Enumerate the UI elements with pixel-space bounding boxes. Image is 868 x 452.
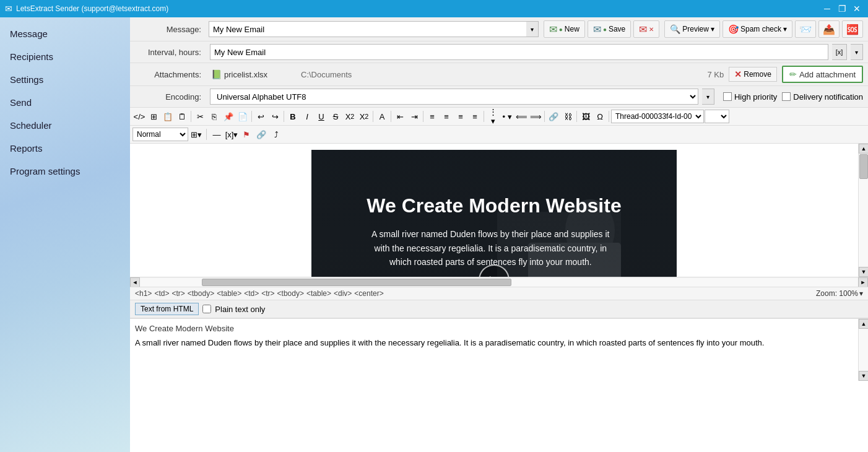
table-btn[interactable]: ⊞▾ (189, 128, 203, 141)
high-priority-checkbox[interactable] (723, 92, 732, 101)
interval-x-btn[interactable]: [x] (832, 44, 847, 60)
bottom-scroll-up[interactable]: ▲ (859, 319, 868, 329)
encoding-dropdown-btn[interactable]: ▾ (702, 89, 714, 105)
indent-left-btn[interactable]: ⇤ (393, 110, 407, 123)
tag-td-1[interactable]: <td> (154, 289, 169, 298)
thread-id-select[interactable]: Thread-000033f4-Id-00 (611, 110, 704, 123)
help-button[interactable]: 🆘 (842, 20, 863, 38)
send-button-2[interactable]: 📤 (818, 20, 840, 38)
redo-btn[interactable]: ↪ (268, 110, 282, 123)
tag-table-1[interactable]: <table> (217, 289, 241, 298)
tag-table-2[interactable]: <table> (306, 289, 331, 298)
align-left-btn[interactable]: ≡ (425, 110, 439, 123)
h-scroll-thumb[interactable] (202, 279, 511, 286)
paste-btn[interactable]: 📌 (222, 110, 235, 123)
scroll-up-arrow[interactable]: ▲ (859, 144, 868, 154)
tag-tbody-1[interactable]: <tbody> (188, 289, 214, 298)
message-input[interactable] (209, 21, 526, 37)
sidebar-item-message[interactable]: Message (0, 22, 130, 45)
scroll-right-arrow[interactable]: ► (858, 277, 868, 287)
spam-check-button[interactable]: 🎯 Spam check ▾ (723, 20, 792, 38)
minimize-button[interactable]: ─ (821, 3, 833, 14)
special-char-btn[interactable]: Ω (593, 110, 607, 123)
high-priority-label[interactable]: High priority (723, 92, 777, 102)
unlink-btn[interactable]: ⛓ (561, 110, 575, 123)
variable-btn[interactable]: [x]▾ (225, 128, 238, 141)
code-view-btn[interactable]: </> (132, 110, 146, 123)
scroll-down-arrow[interactable]: ▼ (859, 267, 868, 277)
hyperlink-var-btn[interactable]: 🔗 (254, 128, 268, 141)
ordered-list-btn[interactable]: ⋮ ▾ (486, 110, 500, 123)
undo-btn[interactable]: ↩ (254, 110, 267, 123)
new-button[interactable]: ✉ ● New (544, 20, 585, 38)
bottom-right-scrollbar[interactable]: ▲ ▼ (858, 319, 868, 381)
flag-btn[interactable]: ⚑ (240, 128, 253, 141)
font-color-btn[interactable]: A (375, 110, 389, 123)
tag-center[interactable]: <center> (354, 289, 383, 298)
delivery-notification-label[interactable]: Delivery notification (782, 92, 863, 102)
cut-btn[interactable]: ✂ (193, 110, 207, 123)
superscript-btn[interactable]: X2 (343, 110, 357, 123)
tag-td-2[interactable]: <td> (244, 289, 259, 298)
sidebar-item-scheduler[interactable]: Scheduler (0, 114, 130, 137)
add-attachment-button[interactable]: ✏ Add attachment (782, 66, 863, 83)
paste-plain-btn[interactable]: 📄 (236, 110, 250, 123)
indent-right-btn[interactable]: ⇥ (407, 110, 421, 123)
delete-button[interactable]: ✉ ✕ (633, 20, 659, 38)
align-justify-btn[interactable]: ≡ (468, 110, 482, 123)
horizontal-scrollbar[interactable]: ◄ ► (130, 277, 868, 287)
tag-div[interactable]: <div> (334, 289, 352, 298)
sidebar-item-send[interactable]: Send (0, 91, 130, 114)
outdent-btn[interactable]: ⟸ (514, 110, 528, 123)
restore-button[interactable]: ❐ (836, 3, 848, 14)
save-button[interactable]: ✉ ● Save (588, 20, 631, 38)
delivery-notification-checkbox[interactable] (782, 92, 791, 101)
link-btn[interactable]: 🔗 (547, 110, 560, 123)
website-banner: We Create Modern Website A small river n… (311, 150, 677, 277)
editor-main[interactable]: We Create Modern Website A small river n… (130, 144, 858, 277)
remove-button[interactable]: ✕ Remove (729, 67, 777, 82)
editor-right-scrollbar[interactable]: ▲ ▼ (858, 144, 868, 277)
unordered-list-btn[interactable]: • ▾ (500, 110, 514, 123)
message-label: Message: (135, 25, 206, 34)
tag-tr-1[interactable]: <tr> (171, 289, 184, 298)
indent-btn[interactable]: ⟹ (529, 110, 542, 123)
image-btn[interactable]: 🖼 (579, 110, 592, 123)
italic-btn[interactable]: I (300, 110, 314, 123)
sidebar-item-reports[interactable]: Reports (0, 137, 130, 160)
encoding-select[interactable]: Universal Alphabet UTF8 (210, 89, 698, 105)
align-center-btn[interactable]: ≡ (440, 110, 453, 123)
preview-button[interactable]: 🔍 Preview ▾ (664, 20, 720, 38)
underline-btn[interactable]: U (315, 110, 328, 123)
subscript-btn[interactable]: X2 (357, 110, 371, 123)
full-page-btn[interactable]: 🗒 (175, 110, 189, 123)
interval-dropdown-btn[interactable]: ▾ (851, 44, 863, 60)
template-btn[interactable]: 📋 (161, 110, 175, 123)
share-btn[interactable]: ⤴ (269, 128, 283, 141)
close-button[interactable]: ✕ (851, 3, 863, 14)
bottom-scroll-down[interactable]: ▼ (859, 371, 868, 381)
source-btn[interactable]: ⊞ (147, 110, 160, 123)
plain-text-checkbox[interactable] (202, 305, 211, 313)
copy-btn[interactable]: ⎘ (207, 110, 221, 123)
hr-btn[interactable]: — (210, 128, 224, 141)
scroll-thumb[interactable] (859, 154, 868, 179)
tag-tbody-2[interactable]: <tbody> (277, 289, 304, 298)
scroll-left-arrow[interactable]: ◄ (130, 277, 140, 287)
sidebar-item-recipients[interactable]: Recipients (0, 45, 130, 68)
send-button-1[interactable]: 📨 (795, 20, 816, 38)
tag-h1[interactable]: <h1> (135, 289, 152, 298)
strikethrough-btn[interactable]: S (329, 110, 342, 123)
zoom-control[interactable]: Zoom: 100% ▾ (816, 289, 863, 298)
color-select[interactable] (705, 110, 729, 123)
plain-text-area[interactable]: We Create Modern Website A small river n… (130, 319, 858, 381)
tag-tr-2[interactable]: <tr> (261, 289, 274, 298)
align-right-btn[interactable]: ≡ (454, 110, 467, 123)
format-select[interactable]: Normal (132, 128, 188, 141)
message-dropdown-btn[interactable]: ▾ (526, 21, 539, 37)
sidebar-item-program-settings[interactable]: Program settings (0, 160, 130, 183)
interval-input[interactable] (210, 44, 828, 60)
sidebar-item-settings[interactable]: Settings (0, 68, 130, 91)
html-tab[interactable]: Text from HTML (135, 303, 199, 315)
bold-btn[interactable]: B (286, 110, 300, 123)
